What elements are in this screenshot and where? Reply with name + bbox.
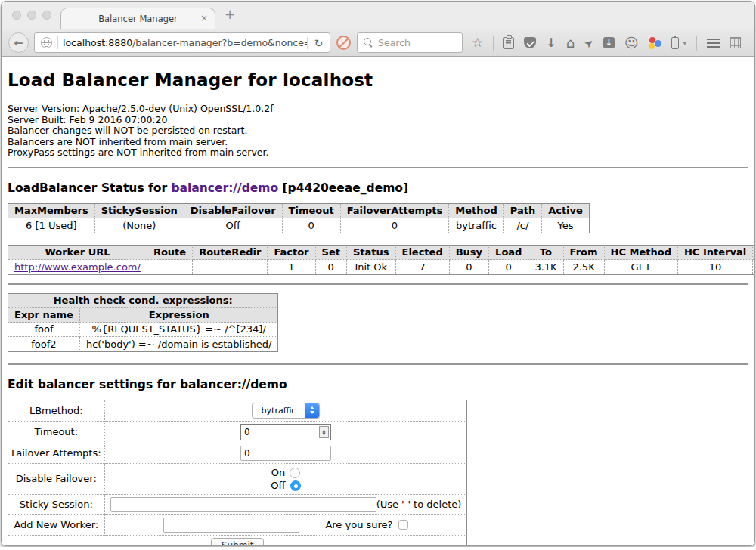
navigation-toolbar: ← localhost:8880/balancer-manager?b=demo… (2, 29, 754, 57)
chevron-down-icon[interactable]: ▾ (683, 39, 687, 47)
column-header: Elected (396, 246, 450, 260)
balancer-inherit-line: Balancers are NOT inherited from main se… (8, 137, 748, 148)
back-button[interactable]: ← (8, 32, 29, 53)
balancer-demo-link[interactable]: balancer://demo (171, 181, 278, 195)
health-table-title: Health check cond. expressions: (8, 294, 277, 308)
balancer-status-table: MaxMembers StickySession DisableFailover… (8, 203, 590, 233)
cell: 2.5K (564, 260, 605, 274)
cell: Init Ok (347, 260, 396, 274)
cell (147, 260, 193, 274)
lbmethod-label: LBmethod: (8, 400, 105, 422)
column-header: Factor (268, 246, 315, 260)
reload-button[interactable]: ↻ (307, 37, 330, 49)
radio-on[interactable] (290, 468, 300, 478)
cell: /c/ (504, 218, 542, 233)
form-row-failover-attempts: Failover Attempts: (8, 443, 466, 464)
radio-off[interactable] (290, 480, 301, 491)
content-blocker-icon[interactable] (336, 36, 351, 50)
are-you-sure-checkbox[interactable] (398, 520, 408, 530)
site-identity-globe-icon[interactable] (41, 37, 52, 48)
form-row-lbmethod: LBmethod: bytraffic (8, 400, 466, 422)
select-arrows-icon (305, 403, 319, 419)
battery-extension-icon[interactable] (671, 37, 679, 49)
cell: Off (184, 218, 283, 233)
window-controls[interactable] (12, 11, 51, 20)
cell: 0 (283, 218, 341, 233)
sticky-session-label: Sticky Session: (8, 495, 105, 515)
send-tab-icon[interactable]: ➤ (581, 36, 596, 51)
save-page-icon[interactable]: ↓ (603, 37, 615, 48)
persist-notice-line: Balancer changes will NOT be persisted o… (8, 125, 748, 137)
cell: 3.1K (528, 260, 563, 274)
minimize-window-button[interactable] (27, 11, 36, 20)
cell: 0 (341, 218, 450, 233)
browser-window: Balancer Manager × + ← localhost:8880/ba… (1, 1, 755, 546)
extension-palette-icon[interactable] (649, 37, 662, 49)
url-text[interactable]: localhost:8880/balancer-manager?b=demo&n… (58, 37, 307, 48)
balancer-status-heading: LoadBalancer Status for balancer://demo … (8, 181, 748, 195)
cell: 1 (0) (753, 260, 754, 274)
add-worker-input[interactable] (163, 518, 299, 533)
browser-tab[interactable]: Balancer Manager × (60, 8, 215, 29)
home-icon[interactable]: ⌂ (566, 36, 575, 50)
url-host: localhost:8880 (63, 37, 132, 48)
pocket-icon[interactable] (524, 37, 536, 48)
cell: 6 [1 Used] (8, 218, 95, 233)
radio-on-label: On (271, 467, 285, 478)
submit-button[interactable]: Submit (211, 538, 265, 545)
tab-close-icon[interactable]: × (200, 13, 208, 23)
column-header: Expr name (8, 308, 80, 323)
sticky-session-hint: (Use '-' to delete) (376, 499, 462, 510)
failover-attempts-input[interactable] (240, 446, 331, 461)
edit-balancer-heading: Edit balancer settings for balancer://de… (8, 378, 748, 391)
column-header: Path (504, 204, 542, 218)
column-header: DisableFailover (184, 204, 283, 218)
titlebar: Balancer Manager × + (2, 2, 754, 29)
toolbar-icons: ☆ ↓ ⌂ ➤ ↓ ☺ ▾ (472, 36, 741, 51)
close-window-button[interactable] (12, 11, 21, 20)
table-row: foof %{REQUEST_STATUS} =~ /^[234]/ (8, 323, 277, 337)
column-header: Busy (450, 246, 489, 260)
column-header: Set (316, 246, 347, 260)
column-header: Passes (753, 246, 754, 260)
tab-groups-grid-icon[interactable] (730, 37, 741, 48)
lbmethod-select[interactable]: bytraffic (252, 403, 321, 419)
worker-url-link[interactable]: http://www.example.com/ (14, 261, 141, 273)
bookmark-star-icon[interactable]: ☆ (472, 36, 483, 49)
column-header: RouteRedir (193, 246, 268, 260)
new-tab-button[interactable]: + (225, 7, 235, 22)
menu-hamburger-icon[interactable] (707, 39, 720, 48)
cell: 0 (316, 260, 347, 274)
form-row-timeout: Timeout: ▲▼ (8, 422, 466, 443)
reading-list-icon[interactable] (503, 37, 514, 49)
cell: foof2 (8, 337, 80, 351)
server-info: Server Version: Apache/2.5.0-dev (Unix) … (8, 104, 748, 159)
table-row: foof2 hc('body') =~ /domain is establish… (8, 337, 277, 351)
page-content: Load Balancer Manager for localhost Serv… (2, 57, 754, 545)
cell: hc('body') =~ /domain is established/ (80, 337, 278, 351)
sticky-session-input[interactable] (110, 497, 376, 512)
page-title: Load Balancer Manager for localhost (8, 70, 748, 90)
form-row-submit: Submit (8, 536, 466, 545)
tab-title: Balancer Manager (98, 14, 178, 24)
health-check-table: Health check cond. expressions: Expr nam… (8, 293, 278, 352)
cell: bytraffic (449, 218, 503, 233)
feedback-smiley-icon[interactable]: ☺ (624, 36, 639, 50)
url-bar[interactable]: localhost:8880/balancer-manager?b=demo&n… (34, 32, 330, 53)
cell: 7 (396, 260, 450, 274)
cell: GET (605, 260, 678, 274)
column-header: Worker URL (8, 246, 147, 260)
url-path: /balancer-manager?b=demo&nonce=decc37be-… (132, 37, 307, 48)
form-row-add-worker: Add New Worker: Are you sure? (8, 515, 466, 536)
zoom-window-button[interactable] (42, 11, 51, 20)
column-header: MaxMembers (8, 204, 95, 218)
downloads-icon[interactable]: ↓ (546, 37, 556, 49)
form-row-disable-failover: Disable Failover: On Off (8, 464, 466, 495)
timeout-input[interactable] (240, 424, 331, 440)
table-row: 6 [1 Used] (None) Off 0 0 bytraffic /c/ … (8, 218, 589, 233)
search-bar[interactable]: Search (357, 32, 463, 53)
column-header: Expression (80, 308, 278, 323)
cell: 10 (678, 260, 753, 274)
number-stepper-icon[interactable]: ▲▼ (319, 426, 329, 438)
cell (193, 260, 268, 274)
